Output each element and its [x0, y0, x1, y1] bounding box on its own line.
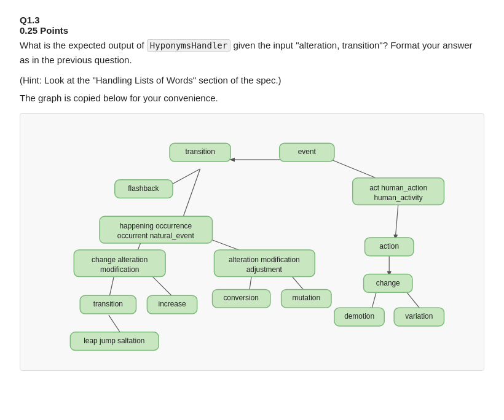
hint-text: (Hint: Look at the "Handling Lists of Wo… — [20, 75, 484, 85]
graph-label: The graph is copied below for your conve… — [20, 93, 484, 103]
node-demotion-label: demotion — [344, 312, 374, 321]
node-action-label: action — [379, 242, 399, 251]
graph-svg: event transition flashback act human_act… — [20, 114, 484, 370]
node-altmod-label-2: adjustment — [246, 265, 283, 274]
node-altmod-label-1: alteration modification — [229, 255, 300, 264]
question-number: Q1.3 — [20, 15, 40, 25]
graph-container: event transition flashback act human_act… — [20, 113, 484, 371]
question-id: Q1.3 0.25 Points — [20, 15, 484, 36]
node-flashback-label: flashback — [128, 184, 159, 193]
node-mutation-label: mutation — [292, 294, 320, 302]
node-happening-label-1: happening occurrence — [119, 222, 192, 230]
node-act-label-2: human_activity — [374, 193, 422, 202]
edge-transition-happening — [182, 169, 200, 220]
node-change-label: change — [376, 279, 400, 287]
edge-act-action — [395, 203, 398, 239]
node-changealt-label-1: change alteration — [92, 255, 148, 264]
node-conversion-label: conversion — [223, 294, 259, 302]
node-changealt-label-2: modification — [100, 265, 139, 274]
body-text-1: What is the expected output of — [20, 40, 147, 50]
node-variation-label: variation — [405, 312, 433, 321]
node-leap-label: leap jump saltation — [84, 336, 144, 345]
handler-code: HyponymsHandler — [147, 39, 230, 52]
node-event-label: event — [298, 147, 317, 156]
node-increase-label: increase — [159, 300, 186, 308]
node-happening-label-2: occurrent natural_event — [117, 231, 195, 240]
question-body: What is the expected output of HyponymsH… — [20, 38, 484, 68]
node-act-label-1: act human_action — [369, 184, 427, 192]
node-transition-label: transition — [186, 147, 215, 156]
node-transition2-label: transition — [93, 300, 123, 308]
question-points: 0.25 Points — [20, 25, 68, 36]
